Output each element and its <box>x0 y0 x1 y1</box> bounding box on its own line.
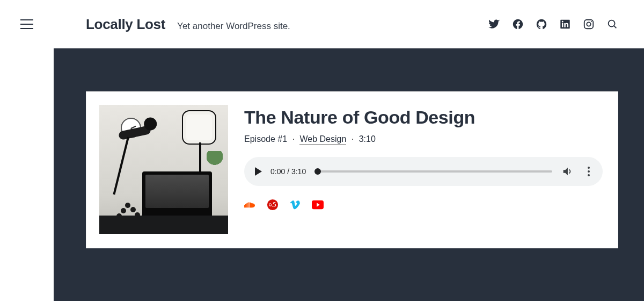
svg-rect-4 <box>244 205 245 207</box>
svg-rect-5 <box>245 204 246 207</box>
episode-number: Episode #1 <box>244 134 287 144</box>
episode-category-link[interactable]: Web Design <box>299 134 346 145</box>
svg-point-2 <box>591 21 592 22</box>
search-button[interactable] <box>606 18 618 30</box>
github-icon <box>536 18 547 30</box>
separator: · <box>290 134 297 144</box>
seek-track[interactable] <box>314 170 552 173</box>
twitter-icon <box>488 18 500 30</box>
lastfm-link[interactable] <box>267 199 279 211</box>
svg-rect-0 <box>584 20 594 29</box>
svg-point-1 <box>587 22 590 26</box>
brand: Locally Lost Yet another WordPress site. <box>86 16 290 33</box>
vimeo-link[interactable] <box>289 199 301 211</box>
twitter-link[interactable] <box>488 18 500 30</box>
youtube-icon <box>312 200 324 210</box>
svg-point-3 <box>609 20 615 27</box>
volume-icon <box>561 166 573 177</box>
episode-title[interactable]: The Nature of Good Design <box>244 107 603 128</box>
facebook-link[interactable] <box>512 18 524 30</box>
audio-player[interactable]: 0:00 / 3:10 <box>244 157 603 186</box>
soundcloud-link[interactable] <box>244 199 256 211</box>
soundcloud-icon <box>244 200 256 209</box>
time-current: 0:00 <box>270 167 285 176</box>
linkedin-link[interactable] <box>559 18 571 30</box>
time-sep: / <box>285 167 291 176</box>
site-title[interactable]: Locally Lost <box>86 16 165 33</box>
vimeo-icon <box>289 199 301 211</box>
episode-content: The Nature of Good Design Episode #1 · W… <box>241 92 618 248</box>
volume-button[interactable] <box>561 165 574 178</box>
facebook-icon <box>512 18 524 30</box>
svg-rect-6 <box>246 203 247 207</box>
svg-rect-7 <box>247 203 248 207</box>
site-tagline: Yet another WordPress site. <box>177 21 290 32</box>
svg-point-9 <box>267 199 278 210</box>
episode-share <box>244 199 603 211</box>
menu-button[interactable] <box>0 0 54 48</box>
player-more-button[interactable] <box>582 165 595 178</box>
github-link[interactable] <box>536 18 547 30</box>
player-time: 0:00 / 3:10 <box>270 167 306 176</box>
time-total: 3:10 <box>291 167 306 176</box>
episode-meta: Episode #1 · Web Design · 3:10 <box>244 134 603 144</box>
svg-rect-8 <box>248 202 249 207</box>
search-icon <box>606 18 618 30</box>
site-header: Locally Lost Yet another WordPress site. <box>0 0 644 48</box>
instagram-icon <box>583 18 595 30</box>
hamburger-icon <box>20 19 33 29</box>
instagram-link[interactable] <box>583 18 595 30</box>
play-button[interactable] <box>255 167 262 176</box>
header-social <box>488 18 618 30</box>
episode-card: The Nature of Good Design Episode #1 · W… <box>86 91 618 248</box>
episode-thumbnail <box>99 105 228 234</box>
linkedin-icon <box>559 18 571 30</box>
episode-duration: 3:10 <box>359 134 376 144</box>
youtube-link[interactable] <box>312 199 324 211</box>
lastfm-icon <box>267 199 279 211</box>
separator: · <box>349 134 356 144</box>
